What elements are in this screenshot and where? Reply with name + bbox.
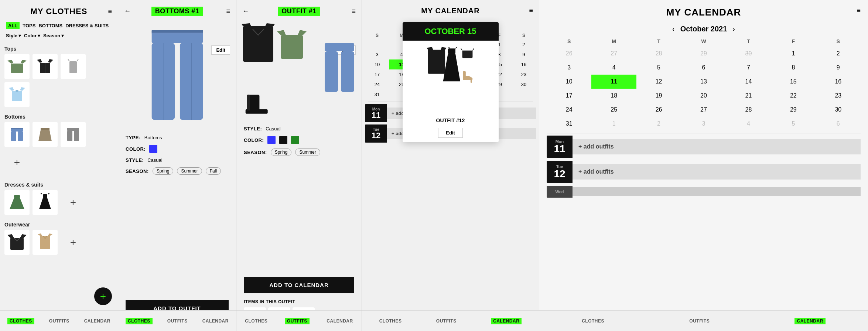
p5-cal-cell[interactable]: 4 [726, 117, 771, 131]
nav-clothes-3[interactable]: CLOTHES [245, 318, 267, 324]
hamburger-icon-4[interactable]: ≡ [529, 7, 533, 14]
p5-cal-cell[interactable]: 1 [591, 117, 636, 131]
nav-calendar-5[interactable]: CALENDAR [794, 318, 825, 324]
p5-cal-cell-16[interactable]: 16 [816, 75, 861, 89]
add-to-calendar-btn[interactable]: ADD TO CALENDAR [244, 277, 354, 293]
p5-cal-cell[interactable]: 26 [547, 47, 591, 61]
p5-cal-cell[interactable]: 6 [816, 117, 861, 131]
add-outerwear-item[interactable]: + [61, 230, 86, 255]
clothes-item-cami-grey[interactable] [61, 54, 86, 79]
p5-cal-cell-26[interactable]: 26 [636, 103, 681, 117]
cal-cell-16[interactable]: 16 [512, 59, 536, 69]
p5-cal-cell-14[interactable]: 14 [726, 75, 771, 89]
cal-cell-3[interactable]: 3 [365, 50, 389, 59]
p5-cal-cell-1[interactable]: 1 [771, 47, 816, 61]
nav-clothes-5[interactable]: CLOTHES [582, 318, 604, 324]
clothes-item-dress-black[interactable] [33, 190, 58, 215]
filter-season[interactable]: Season ▾ [43, 33, 64, 38]
next-month-5[interactable]: › [733, 26, 735, 33]
filter-color[interactable]: Color ▾ [24, 33, 40, 38]
p5-cal-cell[interactable]: 27 [591, 47, 636, 61]
p5-cal-cell-9[interactable]: 9 [816, 61, 861, 75]
p5-cal-cell-29[interactable]: 29 [771, 103, 816, 117]
schedule-add-outfits-5-mon[interactable]: + add outfits [573, 139, 861, 154]
filter-all[interactable]: ALL [6, 22, 20, 29]
filter-tops[interactable]: TOPS [23, 23, 35, 28]
p5-cal-cell-30[interactable]: 30 [816, 103, 861, 117]
nav-calendar-3[interactable]: CALENDAR [327, 318, 353, 324]
hamburger-icon[interactable]: ≡ [108, 8, 112, 16]
filter-dresses[interactable]: DRESSES & SUITS [65, 23, 109, 28]
nav-calendar-4[interactable]: CALENDAR [491, 318, 522, 324]
nav-outfits-4[interactable]: OUTFITS [436, 318, 457, 324]
clothes-item-tshirt-green[interactable] [4, 54, 30, 79]
clothes-item-trousers-grey[interactable] [61, 122, 86, 147]
nav-calendar-1[interactable]: CALENDAR [84, 318, 110, 324]
nav-outfits-1[interactable]: OUTFITS [49, 318, 69, 324]
p5-cal-cell-28[interactable]: 28 [726, 103, 771, 117]
cal-cell-24[interactable]: 24 [365, 79, 389, 89]
p5-cal-cell-12[interactable]: 12 [636, 75, 681, 89]
p5-cal-cell-27[interactable]: 27 [681, 103, 726, 117]
p5-cal-cell-23[interactable]: 23 [816, 89, 861, 103]
season-summer-2[interactable]: Summer [177, 167, 202, 175]
p5-cal-cell-20[interactable]: 20 [681, 89, 726, 103]
add-bottom-item[interactable]: + [4, 150, 30, 175]
clothes-item-vest-tan[interactable] [33, 230, 58, 255]
p5-cal-cell-31[interactable]: 31 [547, 117, 591, 131]
p5-cal-cell-19[interactable]: 19 [636, 89, 681, 103]
fab-add[interactable]: + [94, 287, 112, 305]
add-dress-item[interactable]: + [61, 190, 86, 215]
cal-cell[interactable] [512, 89, 536, 99]
p5-cal-cell-13[interactable]: 13 [681, 75, 726, 89]
p5-cal-cell-22[interactable]: 22 [771, 89, 816, 103]
p5-cal-cell-5[interactable]: 5 [636, 61, 681, 75]
back-icon-2[interactable]: ← [124, 7, 131, 15]
p5-cal-cell-24[interactable]: 24 [547, 103, 591, 117]
p5-cal-cell-6[interactable]: 6 [681, 61, 726, 75]
p5-cal-cell-7[interactable]: 7 [726, 61, 771, 75]
p5-cal-cell-10[interactable]: 10 [547, 75, 591, 89]
hamburger-icon-3[interactable]: ≡ [352, 7, 356, 15]
nav-clothes-2[interactable]: CLOTHES [126, 318, 153, 324]
clothes-item-dress-green[interactable] [4, 190, 30, 215]
nav-outfits-3[interactable]: OUTFITS [285, 318, 310, 324]
p5-cal-cell-18[interactable]: 18 [591, 89, 636, 103]
p5-cal-cell-17[interactable]: 17 [547, 89, 591, 103]
cal-cell-2[interactable]: 2 [512, 40, 536, 50]
clothes-item-shirt-blue[interactable] [4, 82, 30, 107]
modal-edit-btn[interactable]: Edit [438, 128, 463, 138]
cal-cell-23[interactable]: 23 [512, 69, 536, 79]
p5-cal-cell[interactable]: 5 [771, 117, 816, 131]
nav-calendar-2[interactable]: CALENDAR [202, 318, 229, 324]
clothes-item-jeans[interactable] [4, 122, 30, 147]
schedule-content-5-wed[interactable] [573, 187, 861, 196]
season-summer-3[interactable]: Summer [295, 149, 320, 156]
season-spring-2[interactable]: Spring [153, 167, 174, 175]
p5-cal-cell[interactable]: 30 [726, 47, 771, 61]
nav-clothes-1[interactable]: CLOTHES [7, 318, 34, 324]
nav-clothes-4[interactable]: CLOTHES [379, 318, 402, 324]
p5-cal-cell-25[interactable]: 25 [591, 103, 636, 117]
p5-cal-cell-3[interactable]: 3 [547, 61, 591, 75]
edit-button-2[interactable]: Edit [211, 45, 230, 55]
clothes-item-skirt-tan[interactable] [33, 122, 58, 147]
hamburger-icon-2[interactable]: ≡ [226, 7, 230, 15]
back-icon-3[interactable]: ← [242, 7, 249, 15]
cal-cell-9[interactable]: 9 [512, 50, 536, 59]
clothes-item-leather-jacket[interactable] [4, 230, 30, 255]
nav-outfits-5[interactable]: OUTFITS [689, 318, 710, 324]
p5-cal-cell[interactable]: 3 [681, 117, 726, 131]
filter-style[interactable]: Style ▾ [6, 33, 21, 38]
season-fall-2[interactable]: Fall [206, 167, 221, 175]
cal-cell-31[interactable]: 31 [365, 89, 389, 99]
prev-month-5[interactable]: ‹ [672, 26, 674, 33]
cal-cell-30[interactable]: 30 [512, 79, 536, 89]
p5-cal-cell[interactable]: 28 [636, 47, 681, 61]
p5-cal-cell-8[interactable]: 8 [771, 61, 816, 75]
schedule-add-outfits-5-tue[interactable]: + add outfits [573, 164, 861, 180]
clothes-item-jacket-black[interactable] [33, 54, 58, 79]
filter-bottoms[interactable]: BOTTOMS [38, 23, 62, 28]
p5-cal-cell-4[interactable]: 4 [591, 61, 636, 75]
p5-cal-cell[interactable]: 29 [681, 47, 726, 61]
